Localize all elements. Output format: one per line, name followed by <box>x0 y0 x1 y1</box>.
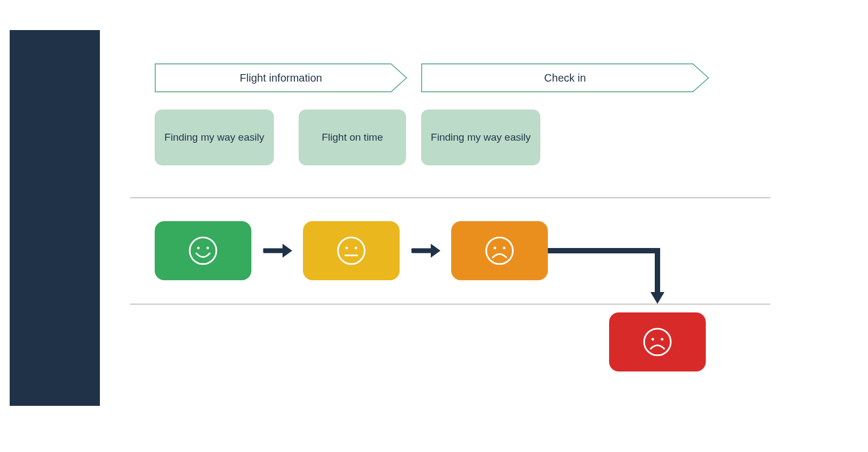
svg-marker-12 <box>431 244 440 258</box>
phase-label: Flight information <box>240 72 322 84</box>
arrow-2 <box>411 243 440 259</box>
subcard-label: Finding my way easily <box>431 132 531 143</box>
subcard-finding-way-2: Finding my way easily <box>421 110 540 165</box>
connector-l-arrow <box>548 248 669 308</box>
face-sad-orange <box>451 221 548 280</box>
subcard-label: Flight on time <box>322 132 383 143</box>
svg-point-19 <box>661 338 663 341</box>
svg-point-15 <box>503 247 505 250</box>
svg-point-13 <box>486 237 513 264</box>
sad-face-icon <box>483 234 516 267</box>
happy-face-icon <box>186 234 220 267</box>
svg-point-3 <box>197 247 200 250</box>
svg-point-9 <box>355 247 357 250</box>
subcard-flight-on-time: Flight on time <box>299 110 406 165</box>
subcard-label: Finding my way easily <box>164 132 264 143</box>
left-sidebar <box>10 30 100 406</box>
svg-point-7 <box>338 237 365 264</box>
face-happy <box>155 221 251 280</box>
svg-point-14 <box>494 247 496 250</box>
divider-top <box>130 198 770 198</box>
svg-marker-6 <box>283 244 292 258</box>
phase-flight-information: Flight information <box>155 63 407 92</box>
face-sad-red <box>609 312 706 371</box>
arrow-1 <box>263 243 292 259</box>
face-neutral <box>303 221 400 280</box>
phase-check-in: Check in <box>421 63 709 92</box>
subcard-finding-way-1: Finding my way easily <box>155 110 274 165</box>
arrow-right-icon <box>411 243 440 259</box>
sad-face-icon <box>641 325 674 359</box>
arrow-right-icon <box>263 243 292 259</box>
svg-marker-16 <box>650 292 664 304</box>
svg-point-18 <box>652 338 654 341</box>
diagram-canvas: Flight information Check in Finding my w… <box>100 0 868 452</box>
svg-point-17 <box>644 329 671 355</box>
svg-point-4 <box>206 247 209 250</box>
phase-label: Check in <box>544 72 586 84</box>
svg-point-8 <box>345 247 348 250</box>
svg-point-2 <box>190 237 216 264</box>
divider-bottom <box>130 304 770 304</box>
neutral-face-icon <box>335 234 368 267</box>
